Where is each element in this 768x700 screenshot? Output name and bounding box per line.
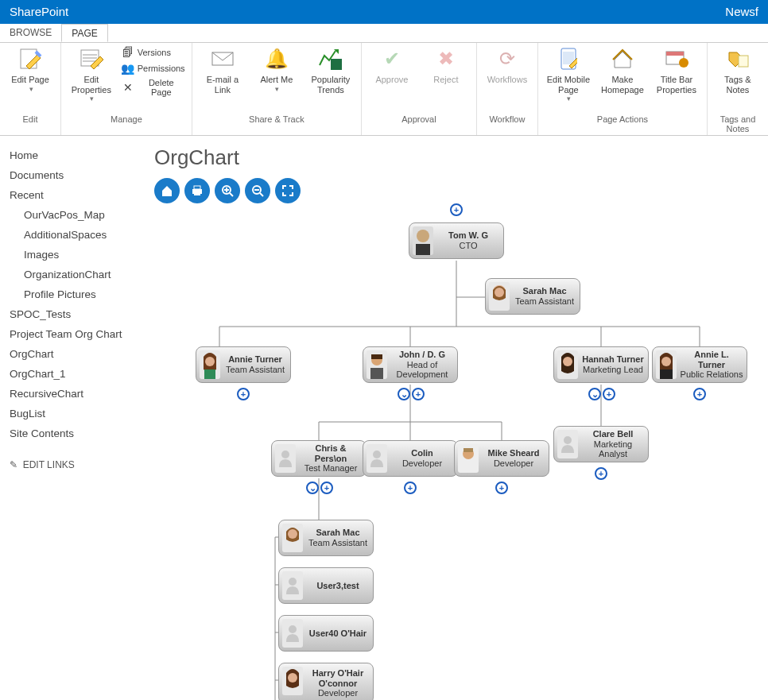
ribbon-group-approval: ✔Approve ✖Reject Approval [362,43,477,135]
print-button[interactable] [184,178,210,203]
tags-icon [725,46,751,72]
svg-rect-16 [194,186,200,189]
topbar: SharePoint Newsf [0,0,768,24]
drill-icon[interactable]: ⌄ [588,388,601,400]
approve-icon: ✔ [379,46,405,72]
titlebar-icon [664,46,689,72]
avatar [282,619,303,648]
svg-point-67 [564,436,572,444]
chevron-down-icon: ▾ [567,95,571,102]
svg-rect-56 [370,368,383,379]
edit-page-button[interactable]: Edit Page▾ [6,46,54,93]
expand-icon[interactable]: + [237,388,250,400]
chart-toolbar [154,178,768,203]
drill-icon[interactable]: ⌄ [306,481,319,494]
home-button[interactable] [154,178,180,203]
node-chris[interactable]: Chris & Pers\onTest Manager [271,440,367,477]
avatar [367,350,387,379]
sidebar-item-home[interactable]: Home [10,145,142,165]
svg-point-69 [288,529,297,539]
node-sarah1[interactable]: Sarah MacTeam Assistant [485,278,580,315]
tab-browse[interactable]: BROWSE [0,24,61,42]
edit-mobile-page-button[interactable]: Edit Mobile Page▾ [545,46,592,103]
node-anniel[interactable]: Annie L. TurnerPublic Relations [652,346,747,383]
avatar [489,282,510,311]
node-mike[interactable]: Mike SheardDeveloper [454,440,549,477]
approve-button[interactable]: ✔Approve [368,46,416,85]
expand-icon[interactable]: + [693,388,706,400]
svg-line-23 [260,193,263,196]
ribbon-group-manage: Edit Properties▾ 🗐Versions 👥Permissions … [61,43,192,135]
avatar [557,430,578,458]
node-colin[interactable]: ColinDeveloper [363,440,458,477]
sidebar-item-documents[interactable]: Documents [10,165,142,185]
sidebar-item-profilepics[interactable]: Profile Pictures [10,284,142,304]
workflow-icon: ⟳ [495,46,520,72]
expand-icon[interactable]: + [595,467,607,480]
svg-rect-55 [371,354,382,359]
zoom-out-button[interactable] [245,178,270,203]
expand-icon[interactable]: + [404,481,417,494]
reject-button[interactable]: ✖Reject [422,46,470,85]
svg-point-49 [495,288,504,297]
sidebar-item-project[interactable]: Project Team Org Chart [10,324,142,344]
sidebar-item-orgchart[interactable]: OrganizationChart [10,265,142,284]
sidebar-item-org2[interactable]: OrgChart_1 [10,364,142,384]
make-homepage-button[interactable]: Make Homepage [599,46,646,95]
sidebar-item-additional[interactable]: AdditionalSpaces [10,225,142,245]
drill-icon[interactable]: ⌄ [398,388,410,400]
ribbon-group-workflow: ⟳Workflows Workflow [477,43,538,135]
sidebar-item-ourvacpos[interactable]: OurVacPos_Map [10,205,142,225]
title-bar-properties-button[interactable]: Title Bar Properties [653,46,700,95]
zoom-in-button[interactable] [215,178,240,203]
sidebar-item-org1[interactable]: OrgChart [10,344,142,364]
svg-rect-14 [739,56,748,67]
workflows-button[interactable]: ⟳Workflows [483,46,531,85]
permissions-button[interactable]: 👥Permissions [122,62,185,75]
sidebar-item-recur[interactable]: RecursiveChart [10,384,142,404]
svg-rect-46 [416,244,430,255]
sidebar-item-sitecontents[interactable]: Site Contents [10,423,142,443]
node-annie[interactable]: Annie TurnerTeam Assistant [196,346,291,383]
page-title: OrgChart [154,145,768,170]
node-user40[interactable]: User40 O'Hair [278,615,374,652]
expand-icon[interactable]: + [412,388,425,400]
node-tom[interactable]: Tom W. GCTO [409,222,504,259]
expand-icon[interactable]: + [320,481,333,494]
delete-page-button[interactable]: ✕Delete Page [122,78,185,97]
node-user3[interactable]: User3,test [278,567,374,604]
top-right[interactable]: Newsf [725,0,758,24]
sidebar-item-images[interactable]: Images [10,245,142,265]
sidebar: Home Documents Recent OurVacPos_Map Addi… [0,136,151,700]
ribbon-group-edit: Edit Page▾ Edit [0,43,61,135]
brand: SharePoint [10,0,68,24]
ribbon: Edit Page▾ Edit Edit Properties▾ 🗐Versio… [0,43,768,136]
node-harry[interactable]: Harry O'Hair O'connorDeveloper [278,663,374,700]
alert-me-button[interactable]: 🔔Alert Me▾ [253,46,301,93]
avatar [282,524,303,552]
edit-properties-button[interactable]: Edit Properties▾ [68,46,115,103]
expand-icon[interactable]: + [603,388,615,400]
node-john[interactable]: John / D. GHead of Development [363,346,458,383]
svg-point-63 [373,451,381,458]
edit-page-icon [17,46,43,72]
expand-icon[interactable]: + [495,481,508,494]
node-sarah2[interactable]: Sarah MacTeam Assistant [278,520,374,556]
tags-notes-button[interactable]: Tags & Notes [714,46,762,95]
tab-page[interactable]: PAGE [61,24,107,42]
node-clare[interactable]: Clare BellMarketing Analyst [553,426,649,462]
avatar [282,571,303,600]
expand-up-icon[interactable]: + [450,203,463,216]
sidebar-item-recent[interactable]: Recent [10,185,142,205]
node-hannah[interactable]: Hannah TurnerMarketing Lead [553,346,649,383]
versions-button[interactable]: 🗐Versions [122,46,171,59]
sidebar-item-spoc[interactable]: SPOC_Tests [10,304,142,324]
email-link-button[interactable]: E-mail a Link [199,46,246,95]
fullscreen-button[interactable] [275,178,301,203]
sidebar-item-buglist[interactable]: BugList [10,404,142,423]
popularity-trends-button[interactable]: Popularity Trends [307,46,355,95]
svg-point-58 [563,357,572,366]
pencil-icon: ✎ [10,459,17,470]
edit-links[interactable]: ✎ EDIT LINKS [10,459,142,470]
svg-rect-12 [666,52,684,56]
